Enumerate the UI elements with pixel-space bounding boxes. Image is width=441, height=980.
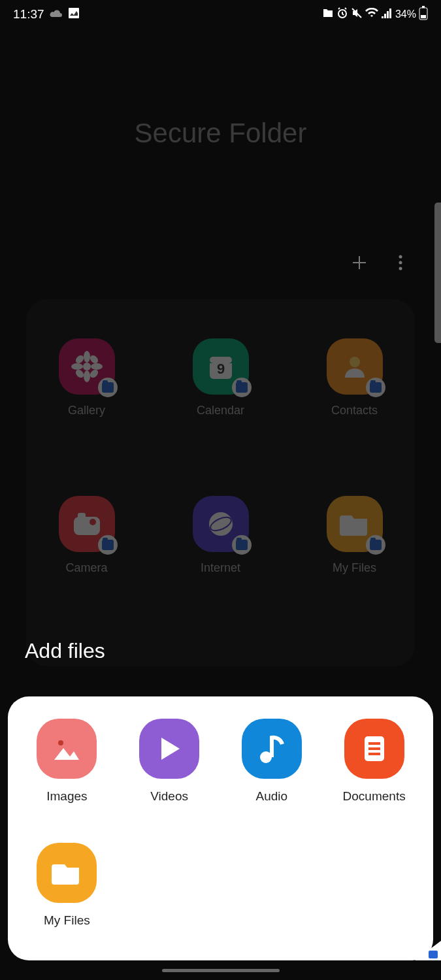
mute-icon — [351, 7, 363, 22]
app-label: Internet — [201, 561, 240, 575]
myfiles-sheet-icon — [37, 843, 97, 903]
app-myfiles[interactable]: My Files — [307, 496, 402, 575]
lock-badge-icon — [98, 535, 118, 555]
documents-icon — [344, 719, 404, 779]
svg-rect-4 — [421, 15, 426, 18]
svg-point-7 — [399, 267, 402, 270]
sheet-item-audio[interactable]: Audio — [226, 719, 318, 804]
folder-status-icon — [322, 8, 334, 21]
app-grid-container: Gallery 9 Calendar Contacts — [26, 299, 415, 666]
svg-point-10 — [84, 370, 90, 382]
sheet-item-images[interactable]: Images — [21, 719, 113, 804]
svg-rect-31 — [368, 742, 380, 745]
signal-icon — [381, 8, 393, 21]
status-bar: 11:37 34% — [0, 0, 441, 29]
images-icon — [37, 719, 97, 779]
sheet-label: Images — [46, 789, 87, 804]
sheet-label: My Files — [44, 913, 90, 928]
scrollbar[interactable] — [434, 203, 441, 343]
sheet-title: Add files — [25, 639, 105, 663]
lock-badge-icon — [232, 378, 252, 397]
app-internet[interactable]: Internet — [173, 496, 268, 575]
app-label: Contacts — [331, 404, 378, 417]
page-title: Secure Folder — [0, 118, 441, 149]
toolbar — [350, 253, 403, 276]
svg-text:9: 9 — [216, 361, 224, 377]
cloud-icon — [50, 8, 63, 22]
app-label: Gallery — [68, 404, 105, 417]
svg-point-12 — [91, 363, 103, 370]
sheet-label: Videos — [150, 789, 188, 804]
videos-icon — [139, 719, 199, 779]
svg-point-23 — [90, 519, 96, 525]
add-icon[interactable] — [350, 253, 368, 276]
app-camera[interactable]: Camera — [39, 496, 134, 575]
svg-point-16 — [88, 368, 99, 380]
svg-rect-32 — [368, 747, 380, 750]
battery-icon — [419, 6, 428, 23]
sheet-label: Documents — [343, 789, 406, 804]
app-contacts[interactable]: Contacts — [307, 338, 402, 417]
audio-icon — [242, 719, 302, 779]
alarm-icon — [336, 7, 348, 22]
svg-rect-24 — [78, 513, 86, 518]
nav-handle[interactable] — [162, 969, 280, 972]
svg-point-15 — [74, 368, 85, 380]
lock-badge-icon — [366, 535, 385, 555]
wifi-icon — [365, 8, 378, 21]
svg-point-5 — [399, 255, 402, 259]
sheet-label: Audio — [256, 789, 288, 804]
svg-point-6 — [399, 261, 402, 265]
lock-badge-icon — [232, 535, 252, 555]
app-label: Calendar — [197, 404, 244, 417]
app-calendar[interactable]: 9 Calendar — [173, 338, 268, 417]
svg-point-8 — [83, 363, 91, 370]
app-label: Camera — [65, 561, 107, 575]
battery-percent: 34% — [395, 8, 416, 20]
nav-bar — [0, 960, 441, 980]
svg-rect-22 — [74, 517, 100, 535]
app-gallery[interactable]: Gallery — [39, 338, 134, 417]
clock: 11:37 — [13, 7, 44, 22]
sheet-item-documents[interactable]: Documents — [328, 719, 420, 804]
svg-point-28 — [58, 740, 63, 745]
svg-rect-3 — [422, 6, 425, 8]
svg-point-14 — [88, 354, 99, 365]
app-label: My Files — [333, 561, 376, 575]
sheet-item-myfiles[interactable]: My Files — [21, 843, 113, 928]
svg-rect-33 — [368, 753, 380, 755]
sheet-item-videos[interactable]: Videos — [123, 719, 216, 804]
svg-point-9 — [84, 351, 90, 363]
lock-badge-icon — [366, 378, 385, 397]
add-files-sheet: Images Videos Audio Documents My Files — [8, 696, 433, 960]
image-icon — [68, 7, 80, 22]
svg-point-21 — [350, 357, 360, 367]
svg-point-13 — [74, 354, 85, 365]
lock-badge-icon — [98, 378, 118, 397]
svg-point-11 — [71, 363, 83, 370]
more-icon[interactable] — [398, 253, 403, 276]
